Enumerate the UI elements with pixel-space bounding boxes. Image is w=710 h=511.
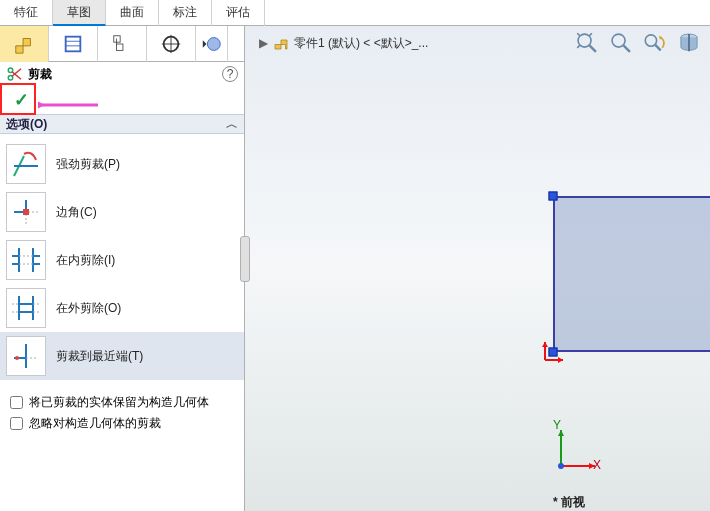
- section-view-icon[interactable]: [676, 30, 702, 56]
- annotation-arrow: [38, 98, 108, 112]
- option-label: 在外剪除(O): [56, 300, 121, 317]
- accept-button[interactable]: ✓: [14, 89, 29, 111]
- option-trim-nearest[interactable]: 剪裁到最近端(T): [0, 332, 244, 380]
- option-label: 边角(C): [56, 204, 97, 221]
- zoom-fit-icon[interactable]: [574, 30, 600, 56]
- option-power-trim[interactable]: 强劲剪裁(P): [0, 140, 244, 188]
- graphics-viewport[interactable]: ▶ 零件1 (默认) < <默认>_... X Y * 前视: [245, 26, 710, 511]
- check-keep-construction[interactable]: 将已剪裁的实体保留为构造几何体: [10, 394, 234, 411]
- trim-options-list: 强劲剪裁(P) 边角(C) 在内剪除(I) 在外剪除(O) 剪裁到最近端(T): [0, 134, 244, 386]
- breadcrumb[interactable]: ▶ 零件1 (默认) < <默认>_...: [259, 34, 428, 52]
- help-icon[interactable]: ?: [222, 66, 238, 82]
- command-title: 剪裁: [28, 66, 222, 83]
- svg-rect-4: [117, 44, 123, 50]
- checkbox-label: 忽略对构造几何体的剪裁: [29, 415, 161, 432]
- accept-cancel-row: ✓: [0, 86, 244, 114]
- tab-sketch[interactable]: 草图: [53, 0, 106, 26]
- panel-tab-configuration[interactable]: [98, 26, 147, 62]
- svg-rect-0: [66, 37, 81, 52]
- panel-tab-property-manager[interactable]: [49, 26, 98, 62]
- checkbox-input[interactable]: [10, 417, 23, 430]
- orientation-label: * 前视: [553, 494, 585, 511]
- option-label: 剪裁到最近端(T): [56, 348, 143, 365]
- trim-outside-icon: [10, 292, 42, 324]
- trim-checkboxes: 将已剪裁的实体保留为构造几何体 忽略对构造几何体的剪裁: [0, 386, 244, 440]
- sketch-origin-icon: [535, 340, 565, 370]
- svg-point-44: [645, 35, 656, 46]
- zoom-area-icon[interactable]: [608, 30, 634, 56]
- svg-line-41: [589, 45, 596, 52]
- svg-line-45: [655, 45, 661, 51]
- tab-evaluate[interactable]: 评估: [212, 0, 265, 26]
- checkbox-label: 将已剪裁的实体保留为构造几何体: [29, 394, 209, 411]
- view-tools: [574, 30, 702, 56]
- options-label: 选项(O): [6, 116, 47, 133]
- option-trim-outside[interactable]: 在外剪除(O): [0, 284, 244, 332]
- panel-tab-dimxpert[interactable]: [147, 26, 196, 62]
- tab-annotations[interactable]: 标注: [159, 0, 212, 26]
- axis-y-label: Y: [553, 418, 561, 432]
- option-label: 强劲剪裁(P): [56, 156, 120, 173]
- svg-point-42: [612, 34, 625, 47]
- svg-line-43: [623, 45, 630, 52]
- sketch-rectangle[interactable]: [553, 196, 710, 352]
- main-tabs-bar: 特征 草图 曲面 标注 评估: [0, 0, 710, 26]
- power-trim-icon: [10, 148, 42, 180]
- panel-tab-strip: [0, 26, 244, 62]
- svg-point-52: [558, 463, 564, 469]
- breadcrumb-text: 零件1 (默认) < <默认>_...: [294, 35, 428, 52]
- svg-rect-19: [23, 209, 29, 215]
- panel-tab-overflow[interactable]: [196, 26, 228, 62]
- triangle-icon: ▶: [259, 36, 268, 50]
- svg-point-39: [15, 356, 19, 360]
- trim-inside-icon: [10, 244, 42, 276]
- corner-icon: [10, 196, 42, 228]
- option-label: 在内剪除(I): [56, 252, 115, 269]
- checkbox-input[interactable]: [10, 396, 23, 409]
- tab-features[interactable]: 特征: [0, 0, 53, 26]
- tab-surfaces[interactable]: 曲面: [106, 0, 159, 26]
- splitter-handle[interactable]: [240, 236, 250, 282]
- svg-point-9: [207, 38, 220, 51]
- trim-nearest-icon: [10, 340, 42, 372]
- check-ignore-construction[interactable]: 忽略对构造几何体的剪裁: [10, 415, 234, 432]
- option-corner[interactable]: 边角(C): [0, 188, 244, 236]
- command-header: 剪裁 ?: [0, 62, 244, 86]
- option-trim-inside[interactable]: 在内剪除(I): [0, 236, 244, 284]
- svg-point-40: [578, 34, 591, 47]
- property-panel: 剪裁 ? ✓ 选项(O) ︿ 强劲剪裁(P) 边角(C) 在内剪除(I): [0, 26, 245, 511]
- part-icon: [272, 34, 290, 52]
- chevron-up-icon: ︿: [226, 116, 238, 133]
- options-section-header[interactable]: 选项(O) ︿: [0, 114, 244, 134]
- scissors-icon: [6, 65, 24, 83]
- previous-view-icon[interactable]: [642, 30, 668, 56]
- panel-tab-feature-manager[interactable]: [0, 26, 49, 62]
- axis-x-label: X: [593, 458, 601, 472]
- handle-top-left[interactable]: [549, 192, 558, 201]
